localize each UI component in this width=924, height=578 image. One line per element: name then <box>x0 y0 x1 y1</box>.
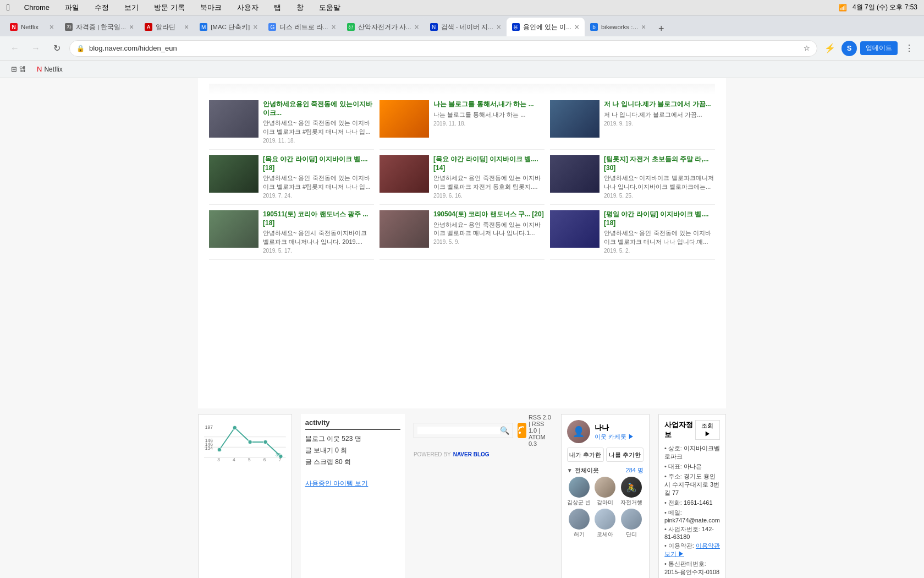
all-neighbors-label: 전체이웃 <box>575 466 599 475</box>
menubar-people[interactable]: 사용자 <box>234 2 262 14</box>
neighbor-avatar-2: 🚴 <box>621 477 642 498</box>
svg-text:197: 197 <box>205 424 213 430</box>
toolbar: ← → ↻ 🔒 blog.naver.com/hidden_eun ☆ ⚡ S … <box>0 36 924 61</box>
rss-icon[interactable] <box>518 423 526 438</box>
follow-buttons: 내가 추가한 나를 추가한 <box>567 448 644 462</box>
extensions-button[interactable]: ⚡ <box>822 40 838 57</box>
menubar-chrome[interactable]: Chrome <box>21 2 53 13</box>
activity-items-link[interactable]: 사용중인 아이템 보기 <box>305 479 400 488</box>
tab-bikeworks[interactable]: b bikeworks :... × <box>585 18 651 36</box>
tab-close-retro[interactable]: × <box>331 23 336 31</box>
menubar-history[interactable]: 방문 기록 <box>151 2 188 14</box>
post-title-1[interactable]: 나는 블로그를 통해서,내가 하는 ... <box>433 100 544 109</box>
tab-close-netflix[interactable]: × <box>50 23 54 31</box>
tab-close-mountain[interactable]: × <box>414 23 419 31</box>
post-info-0: 안녕하세요용인 죽전동에 있는이지바이크... 안녕하세요~ 용인 죽전동에 있… <box>263 100 374 144</box>
tab-netflix[interactable]: N Netflix × <box>4 18 59 36</box>
tab-naver-search[interactable]: N 검색 - 네이버 지... × <box>425 18 507 36</box>
kakao-connect[interactable]: 이웃 카케룻 ▶ <box>595 433 634 441</box>
neighbor-2[interactable]: 🚴 자전거행 <box>619 477 644 506</box>
new-tab-button[interactable]: + <box>653 21 669 36</box>
neighbor-1[interactable]: 감마미 <box>593 477 617 506</box>
neighbors-toggle[interactable]: ▼ 전체이웃 284 명 <box>567 466 644 475</box>
search-box[interactable]: 🔍 <box>414 423 513 438</box>
post-excerpt-1: 나는 블로그를 통해서,내가 하는 ... <box>433 111 544 119</box>
post-title-0[interactable]: 안녕하세요용인 죽전동에 있는이지바이크... <box>263 100 374 117</box>
search-icon[interactable]: 🔍 <box>500 426 509 435</box>
tab-favicon-cert: 자 <box>65 23 73 31</box>
neighbor-5[interactable]: 단디 <box>619 509 644 538</box>
tab-aladdin[interactable]: A 알라딘 × <box>139 18 194 36</box>
tab-close-yongin[interactable]: × <box>575 23 579 31</box>
bookmark-apps[interactable]: ⊞ 앱 <box>7 63 30 75</box>
svg-point-18 <box>519 432 521 434</box>
tab-label-naver-search: 검색 - 네이버 지... <box>441 23 493 31</box>
page-content: 안녕하세요용인 죽전동에 있는이지바이크... 안녕하세요~ 용인 죽전동에 있… <box>0 78 924 578</box>
toggle-icon: ▼ <box>567 467 573 473</box>
apple-menu[interactable]:  <box>7 3 10 13</box>
star-icon[interactable]: ☆ <box>804 44 810 52</box>
profile-widget: 👤 나나 이웃 카케룻 ▶ 내가 추가한 나를 추가한 ▼ 전체이웃 <box>561 414 650 578</box>
post-date-5: 2019. 5. 25. <box>604 193 715 199</box>
tab-yongin[interactable]: 용 용인에 있는 이... × <box>507 18 585 36</box>
post-title-2[interactable]: 저 나 입니다.제가 블로그에서 가끔... <box>604 100 715 109</box>
menubar-time: 4월 7일 (수) 오후 7:53 <box>853 3 917 12</box>
tab-retro[interactable]: G 디스 레트로 라... × <box>263 18 341 36</box>
forward-button[interactable]: → <box>28 40 44 57</box>
post-date-8: 2019. 5. 2. <box>604 248 715 254</box>
menu-button[interactable]: ⋮ <box>901 40 917 57</box>
business-view-button[interactable]: 조회 ▶ <box>695 420 720 440</box>
tab-cert[interactable]: 자 자격증 | 한국일... × <box>59 18 139 36</box>
tab-close-cert[interactable]: × <box>129 23 134 31</box>
post-info-3: [목요 야간 라이딩] 이지바이크 벨.... [18] 안녕하세요~ 용인 죽… <box>263 155 374 199</box>
menubar-view[interactable]: 보기 <box>121 2 142 14</box>
tab-label-aladdin: 알라딘 <box>156 23 181 31</box>
tab-mac[interactable]: M [MAC 단축키] × <box>194 18 263 36</box>
post-thumbnail-6 <box>209 210 258 248</box>
search-rss-area: 🔍 RSS 2.0 | RSS 1.0 | ATOM 0.3 POWERED B… <box>414 414 552 578</box>
tab-mountain[interactable]: 산 산악자전거가 사... × <box>342 18 425 36</box>
neighbor-4[interactable]: 코세아 <box>593 509 617 538</box>
post-card-3: [목요 야간 라이딩] 이지바이크 벨.... [18] 안녕하세요~ 용인 죽… <box>209 155 374 205</box>
be-followed-button[interactable]: 나를 추가한 <box>606 448 644 462</box>
address-bar[interactable]: 🔒 blog.naver.com/hidden_eun ☆ <box>69 40 817 57</box>
neighbor-name-1: 감마미 <box>597 499 613 506</box>
post-title-8[interactable]: [평일 야간 라이딩] 이지바이크 벨.... [18] <box>604 210 715 227</box>
menubar-file[interactable]: 파일 <box>62 2 82 14</box>
neighbor-3[interactable]: 허기 <box>567 509 591 538</box>
post-title-6[interactable]: 190511(토) 코리아 랜도너스 광주 ... [18] <box>263 210 374 227</box>
business-value-3: 1661-1461 <box>684 499 713 506</box>
back-button[interactable]: ← <box>7 40 23 57</box>
profile-top: 👤 나나 이웃 카케룻 ▶ <box>567 420 644 443</box>
menubar-edit[interactable]: 수정 <box>91 2 112 14</box>
search-input[interactable] <box>417 427 500 434</box>
post-title-7[interactable]: 190504(토) 코리아 랜도너스 구... [20] <box>433 210 544 219</box>
menubar-help[interactable]: 도움말 <box>316 2 344 14</box>
bookmark-netflix[interactable]: N Netflix <box>32 63 67 75</box>
tab-close-mac[interactable]: × <box>253 23 257 31</box>
activity-title: activity <box>305 418 400 430</box>
chart-widget: 197 146 146 134 35 3 <box>198 414 292 578</box>
business-row-5: • 사업자번호: 142-81-63180 <box>664 525 720 540</box>
menubar-window[interactable]: 창 <box>293 2 307 14</box>
neighbor-0[interactable]: 김상군 빈 <box>567 477 591 506</box>
svg-text:4: 4 <box>233 457 235 462</box>
post-title-3[interactable]: [목요 야간 라이딩] 이지바이크 벨.... [18] <box>263 155 374 172</box>
tab-close-bikeworks[interactable]: × <box>641 23 646 31</box>
menubar-tab[interactable]: 탭 <box>271 2 284 14</box>
neighbor-name-5: 단디 <box>626 531 637 538</box>
menubar-bookmarks[interactable]: 북마크 <box>197 2 225 14</box>
tab-close-aladdin[interactable]: × <box>184 23 189 31</box>
post-title-4[interactable]: [목요 야간 라이딩] 이지바이크 벨.... [14] <box>433 155 544 172</box>
post-title-5[interactable]: [팀롯지] 자전거 초보들의 주말 라,... [30] <box>604 155 715 172</box>
add-neighbor-button[interactable]: 내가 추가한 <box>567 448 604 462</box>
tab-close-naver-search[interactable]: × <box>497 23 501 31</box>
svg-text:134: 134 <box>205 445 213 451</box>
profile-button[interactable]: S <box>842 41 857 56</box>
update-button[interactable]: 업데이트 <box>860 41 898 55</box>
post-date-2: 2019. 9. 19. <box>604 121 715 127</box>
post-card-2: 저 나 입니다.제가 블로그에서 가끔... 저 나 입니다.제가 블로그에서 … <box>550 100 715 150</box>
post-card-4: [목요 야간 라이딩] 이지바이크 벨.... [14] 안녕하세요~ 용인 죽… <box>380 155 544 205</box>
refresh-button[interactable]: ↻ <box>48 40 65 57</box>
tab-favicon-naver-search: N <box>430 23 438 31</box>
